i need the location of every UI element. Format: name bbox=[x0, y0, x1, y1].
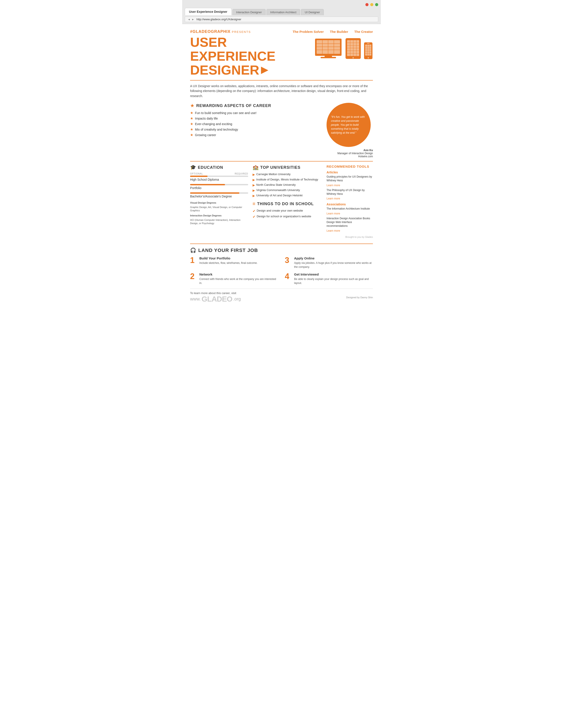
footer-org: .org bbox=[233, 296, 241, 302]
arrow-icon: ▶ bbox=[252, 178, 255, 182]
land-item-2: 2 Network Connect with friends who work … bbox=[190, 272, 278, 285]
tab-interaction-designer[interactable]: Interaction Designer bbox=[232, 9, 265, 15]
edu-label: High School Diploma bbox=[190, 178, 248, 181]
education-header: 🎓 EDUCATION bbox=[190, 165, 248, 170]
svg-rect-1 bbox=[317, 40, 340, 54]
list-item: ★ Impacts daily life bbox=[190, 116, 322, 120]
list-item: ▶ Institute of Design, Illinois Institut… bbox=[252, 178, 322, 182]
quote-text: "It's fun. You get to work with creative… bbox=[331, 115, 366, 135]
address-bar[interactable]: ◄ ► http://www.gladeox.org/UXdesigner bbox=[185, 17, 378, 22]
footer-www: www. bbox=[190, 296, 201, 302]
star-icon: ★ bbox=[190, 116, 193, 120]
quote-attribution: Ann Ku Manager of Interaction Design Hot… bbox=[327, 149, 373, 158]
bottom-sections: 🎓 EDUCATION OPTIONAL REQUIRED High Schoo… bbox=[190, 165, 373, 239]
rewarding-section: ★ REWARDING ASPECTS OF CAREER ★ Fun to b… bbox=[190, 103, 322, 138]
presents-label: PRESENTS bbox=[232, 30, 251, 34]
quote-section: "It's fun. You get to work with creative… bbox=[327, 103, 373, 158]
star-icon: ★ bbox=[190, 122, 193, 126]
maximize-button[interactable] bbox=[375, 3, 378, 6]
list-item: ★ Ever-changing and exciting bbox=[190, 122, 322, 126]
star-icon: ★ bbox=[190, 133, 193, 137]
main-content: #GLADEOGRAPHIX PRESENTS The Problem Solv… bbox=[182, 24, 381, 308]
rewarding-header: ★ REWARDING ASPECTS OF CAREER bbox=[190, 103, 322, 109]
back-arrow[interactable]: ◄ bbox=[188, 18, 190, 21]
star-icon: ★ bbox=[190, 127, 193, 131]
universities-title: TOP UNIVERSITIES bbox=[260, 165, 301, 170]
quote-title: Manager of Interaction Design bbox=[327, 152, 373, 155]
svg-point-29 bbox=[368, 57, 369, 58]
cursor-icon: ▶ bbox=[261, 65, 268, 74]
universities-header: 🏫 TOP UNIVERSITIES bbox=[252, 165, 322, 170]
universities-things: 🏫 TOP UNIVERSITIES ▶ Carnegie Mellon Uni… bbox=[252, 165, 322, 239]
footer-designed: Designed by Danny Shin bbox=[346, 296, 373, 299]
interaction-design-label: Interaction Design Degrees bbox=[190, 214, 248, 217]
rewarding-row: ★ REWARDING ASPECTS OF CAREER ★ Fun to b… bbox=[190, 103, 373, 158]
tab-ui-designer[interactable]: UI Designer bbox=[301, 9, 324, 15]
list-item: ▶ North Carolina State University bbox=[252, 183, 322, 187]
visual-design-sub: Graphic Design, Art, Visual Design, or C… bbox=[190, 206, 248, 212]
check-icon: ✔ bbox=[252, 209, 255, 213]
article-2-link[interactable]: Learn more bbox=[327, 197, 340, 200]
visual-design-label: Visual Design Degrees bbox=[190, 201, 248, 205]
tab-information-architect[interactable]: Information Architect bbox=[266, 9, 300, 15]
hero-devices bbox=[314, 38, 373, 60]
list-icon: ≡ bbox=[252, 201, 255, 207]
star-icon: ★ bbox=[190, 111, 193, 115]
check-icon: ✔ bbox=[252, 215, 255, 219]
edu-item-degree: Bachelor's/Associate's Degree bbox=[190, 192, 248, 198]
arrow-icon: ▶ bbox=[252, 183, 255, 187]
land-item-desc-4: Be able to clearly explain your design p… bbox=[294, 277, 373, 285]
svg-rect-22 bbox=[365, 45, 371, 56]
close-button[interactable] bbox=[366, 3, 369, 6]
list-item: ▶ University of Art and Design Helsinki bbox=[252, 194, 322, 197]
forward-arrow[interactable]: ► bbox=[192, 18, 194, 21]
education-title: EDUCATION bbox=[198, 165, 223, 170]
associations-category: Associations bbox=[327, 203, 373, 206]
address-url[interactable]: http://www.gladeox.org/UXdesigner bbox=[196, 18, 241, 21]
article-1-link[interactable]: Learn more bbox=[327, 184, 340, 187]
land-item-title-1: Build Your Portfolio bbox=[199, 256, 257, 260]
arrow-icon: ▶ bbox=[252, 189, 255, 192]
list-item: ★ Mix of creativity and technology bbox=[190, 127, 322, 131]
assoc-1-link[interactable]: Learn more bbox=[327, 212, 340, 215]
assoc-2-link[interactable]: Learn more bbox=[327, 229, 340, 232]
persona-links: The Problem Solver The Builder The Creat… bbox=[293, 30, 373, 34]
land-item-1: 1 Build Your Portfolio Include sketches,… bbox=[190, 256, 278, 269]
bar-track bbox=[190, 176, 248, 177]
svg-rect-8 bbox=[325, 56, 332, 57]
list-item: ▶ Carnegie Mellon University bbox=[252, 173, 322, 176]
browser-tabs: User Experience Designer Interaction Des… bbox=[185, 8, 378, 15]
hero-title-line1: USER EXPERIENCE bbox=[190, 35, 292, 63]
land-grid: 1 Build Your Portfolio Include sketches,… bbox=[190, 256, 373, 285]
interaction-design-sub: HCI (Human Computer Interaction), Intera… bbox=[190, 218, 248, 225]
edu-label: Bachelor's/Associate's Degree bbox=[190, 195, 248, 198]
svg-rect-9 bbox=[321, 57, 336, 58]
svg-rect-30 bbox=[367, 43, 370, 44]
land-item-desc-1: Include sketches, flow, wireframes, fina… bbox=[199, 261, 257, 265]
education-section: 🎓 EDUCATION OPTIONAL REQUIRED High Schoo… bbox=[190, 165, 248, 239]
bar-track bbox=[190, 192, 248, 194]
land-number-4: 4 bbox=[285, 272, 292, 280]
land-item-title-2: Network bbox=[199, 272, 278, 276]
brand-block: #GLADEOGRAPHIX PRESENTS bbox=[190, 29, 251, 34]
land-section: 🎧 LAND YOUR FIRST JOB 1 Build Your Portf… bbox=[190, 244, 373, 285]
hero-section: USER EXPERIENCE DESIGNER ▶ bbox=[190, 35, 373, 77]
minimize-button[interactable] bbox=[370, 3, 373, 6]
edu-item-highschool: High School Diploma bbox=[190, 176, 248, 181]
hero-title: USER EXPERIENCE DESIGNER ▶ bbox=[190, 35, 292, 77]
land-item-title-3: Apply Online bbox=[294, 256, 373, 260]
persona-creator[interactable]: The Creator bbox=[354, 30, 373, 34]
persona-problem-solver[interactable]: The Problem Solver bbox=[293, 30, 324, 34]
brought-to-you: Brought to you by Gladeo bbox=[327, 236, 373, 238]
tab-active[interactable]: User Experience Designer bbox=[185, 8, 231, 15]
persona-builder[interactable]: The Builder bbox=[330, 30, 348, 34]
rewarding-title: REWARDING ASPECTS OF CAREER bbox=[196, 103, 271, 108]
footer-url: www. GLADEO .org bbox=[190, 295, 241, 303]
phone-icon bbox=[364, 42, 373, 60]
description-text: A UX Designer works on websites, applica… bbox=[190, 80, 373, 98]
section-divider bbox=[190, 161, 373, 161]
monitor-icon bbox=[314, 38, 343, 60]
quote-company: Hotwire.com bbox=[327, 155, 373, 158]
edu-bar-labels: OPTIONAL REQUIRED bbox=[190, 173, 248, 175]
recommended-section: RECOMMENDED TOOLS Articles Guiding princ… bbox=[327, 165, 373, 239]
